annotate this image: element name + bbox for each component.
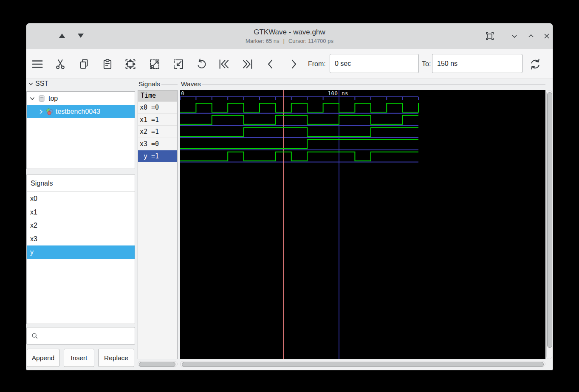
- waves-hscrollbar[interactable]: [180, 361, 545, 367]
- wave-trace-x0: [180, 103, 418, 112]
- close-button[interactable]: [541, 31, 552, 42]
- names-hscrollbar[interactable]: [138, 361, 178, 367]
- select-box-button[interactable]: [484, 31, 495, 42]
- cut-button[interactable]: [51, 55, 70, 73]
- from-label: From:: [308, 49, 326, 79]
- finder-item-y[interactable]: y: [27, 245, 135, 259]
- names-hscrollbar-thumb[interactable]: [139, 362, 175, 367]
- trace-row-x3[interactable]: x3 =0: [138, 138, 177, 150]
- signals-frame-label: Signals: [138, 80, 161, 88]
- finder-item-x1[interactable]: x1: [27, 206, 135, 219]
- zoom-out-icon: [148, 58, 161, 71]
- frame-line: [160, 84, 178, 85]
- trace-names-column: Time x0 =0 x1 =1 x2 =1 x3 =0 y =1: [138, 90, 178, 359]
- waves-vscrollbar[interactable]: [546, 90, 552, 359]
- chevron-right-icon[interactable]: [38, 109, 44, 115]
- chevron-right-icon: [287, 58, 300, 71]
- titlebar[interactable]: GTKWave - wave.ghw Marker: 65 ns | Curso…: [26, 23, 553, 49]
- cursor-status: Cursor: 114700 ps: [288, 38, 333, 44]
- wave-trace-y: [180, 152, 418, 161]
- sst-header[interactable]: SST: [28, 80, 48, 87]
- wave-trace-x3: [180, 140, 418, 149]
- tree-item-testbench[interactable]: testbench0043: [27, 105, 135, 118]
- replace-button[interactable]: Replace: [98, 349, 134, 367]
- select-box-icon: [485, 31, 494, 41]
- to-input[interactable]: [432, 54, 523, 73]
- paste-button[interactable]: [98, 55, 117, 73]
- triangle-down-icon[interactable]: [78, 34, 84, 38]
- timeline-zero-label: 0: [181, 90, 184, 96]
- chevron-up-icon: [527, 32, 535, 40]
- menu-button[interactable]: [28, 55, 47, 73]
- finder-item-x0[interactable]: x0: [27, 192, 135, 206]
- frame-line: [201, 84, 545, 85]
- finder-item-x3[interactable]: x3: [27, 232, 135, 246]
- search-icon: [31, 332, 39, 340]
- append-button[interactable]: Append: [27, 349, 59, 367]
- close-icon: [542, 32, 551, 40]
- database-cylinder-icon: [37, 94, 46, 103]
- trace-row-y[interactable]: y =1: [138, 150, 177, 163]
- chevron-left-icon: [264, 58, 277, 71]
- undo-icon: [195, 58, 208, 71]
- waveform-svg: 0100ns: [180, 90, 545, 359]
- module-spheres-icon: [45, 107, 54, 116]
- timeline-unit-label: ns: [342, 90, 348, 96]
- search-input[interactable]: [42, 332, 135, 340]
- chevron-down-icon: [28, 81, 34, 87]
- zoom-in-icon: [172, 58, 185, 71]
- waves-vscrollbar-thumb[interactable]: [547, 92, 552, 348]
- cut-icon: [54, 58, 66, 70]
- status-separator: |: [283, 38, 285, 44]
- copy-icon: [78, 58, 90, 70]
- zoom-out-button[interactable]: [145, 55, 164, 73]
- undo-button[interactable]: [192, 55, 211, 73]
- waves-hscrollbar-thumb[interactable]: [182, 362, 544, 367]
- finder-item-x2[interactable]: x2: [27, 219, 135, 232]
- chevron-up-button[interactable]: [525, 31, 537, 42]
- trace-row-x2[interactable]: x2 =1: [138, 126, 177, 138]
- finder-header: Signals: [27, 175, 135, 192]
- menu-icon: [30, 58, 45, 71]
- skip-to-end-icon: [241, 58, 254, 71]
- tree-connector: [30, 103, 35, 111]
- signal-finder: Signals x0 x1 x2 x3 y: [26, 175, 135, 324]
- copy-button[interactable]: [75, 55, 93, 73]
- time-header[interactable]: Time: [138, 90, 177, 102]
- waves-frame-label: Waves: [181, 80, 202, 88]
- gtkwave-window: GTKWave - wave.ghw Marker: 65 ns | Curso…: [26, 23, 553, 370]
- toolbar: From: To:: [26, 49, 553, 79]
- wave-trace-x1: [180, 116, 418, 124]
- triangle-up-icon[interactable]: [59, 34, 65, 38]
- chevron-down-button[interactable]: [509, 31, 520, 42]
- to-label: To:: [422, 49, 431, 79]
- zoom-in-button[interactable]: [169, 55, 188, 73]
- zoom-fit-icon: [124, 58, 137, 71]
- signal-search[interactable]: [26, 327, 135, 345]
- trace-row-x0[interactable]: x0 =0: [138, 102, 177, 114]
- prev-edge-button[interactable]: [261, 55, 280, 73]
- chevron-down-icon: [510, 32, 519, 40]
- chevron-down-icon[interactable]: [29, 96, 35, 102]
- zoom-fit-button[interactable]: [121, 55, 140, 73]
- wave-trace-x2: [180, 127, 418, 136]
- paste-icon: [102, 58, 113, 70]
- tree-item-top[interactable]: top: [27, 92, 135, 105]
- skip-to-start-button[interactable]: [215, 55, 233, 73]
- reload-button[interactable]: [526, 55, 545, 73]
- trace-row-x1[interactable]: x1 =1: [138, 114, 177, 126]
- main-content: SST top testbench0043: [26, 79, 553, 370]
- window-title: GTKWave - wave.ghw: [254, 28, 325, 37]
- reload-icon: [528, 57, 542, 71]
- sst-label: SST: [35, 80, 48, 87]
- next-edge-button[interactable]: [284, 55, 303, 73]
- tree-item-label: top: [48, 95, 58, 102]
- from-input[interactable]: [330, 54, 419, 73]
- insert-button[interactable]: Insert: [64, 349, 94, 367]
- sst-tree: top testbench0043: [26, 91, 135, 169]
- tree-item-label: testbench0043: [56, 108, 100, 116]
- waves-canvas[interactable]: 0100ns: [180, 90, 545, 359]
- skip-to-start-icon: [217, 58, 231, 71]
- timeline-major-label: 100: [328, 90, 338, 96]
- skip-to-end-button[interactable]: [238, 55, 257, 73]
